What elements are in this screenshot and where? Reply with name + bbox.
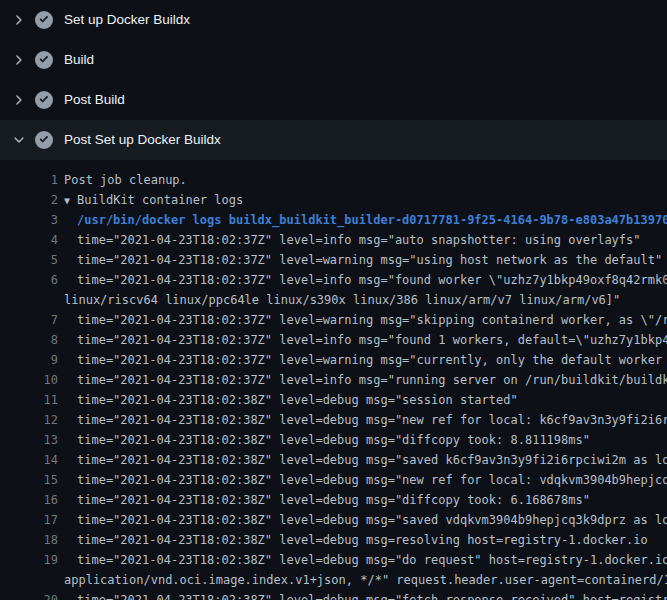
log-group-label: BuildKit container logs bbox=[77, 193, 243, 207]
line-number[interactable]: 8 bbox=[0, 330, 58, 350]
log-line-continuation: linux/riscv64 linux/ppc64le linux/s390x … bbox=[0, 290, 667, 310]
line-number[interactable]: 10 bbox=[0, 370, 58, 390]
line-number[interactable]: 13 bbox=[0, 430, 58, 450]
line-number[interactable]: 4 bbox=[0, 230, 58, 250]
step-label: Post Build bbox=[64, 93, 125, 107]
line-number[interactable]: 1 bbox=[0, 170, 58, 190]
line-number[interactable]: 12 bbox=[0, 410, 58, 430]
log-line: 19time="2021-04-23T18:02:38Z" level=debu… bbox=[0, 550, 667, 570]
log-line: 18time="2021-04-23T18:02:38Z" level=debu… bbox=[0, 530, 667, 550]
log-line: 6time="2021-04-23T18:02:37Z" level=info … bbox=[0, 270, 667, 290]
log-text: time="2021-04-23T18:02:37Z" level=info m… bbox=[58, 270, 667, 290]
chevron-down-icon bbox=[12, 133, 26, 147]
log-text: time="2021-04-23T18:02:37Z" level=info m… bbox=[58, 330, 667, 350]
log-line: 5time="2021-04-23T18:02:37Z" level=warni… bbox=[0, 250, 667, 270]
log-text: time="2021-04-23T18:02:37Z" level=warnin… bbox=[58, 310, 667, 330]
line-number[interactable]: 11 bbox=[0, 390, 58, 410]
log-line-continuation: application/vnd.oci.image.index.v1+json,… bbox=[0, 570, 667, 590]
log-line: 2▼BuildKit container logs bbox=[0, 190, 667, 210]
check-icon bbox=[35, 11, 53, 29]
log-text: time="2021-04-23T18:02:37Z" level=info m… bbox=[58, 230, 641, 250]
chevron-right-icon bbox=[12, 93, 26, 107]
log-line: 16time="2021-04-23T18:02:38Z" level=debu… bbox=[0, 490, 667, 510]
log-text: time="2021-04-23T18:02:38Z" level=debug … bbox=[58, 450, 667, 470]
line-number[interactable]: 9 bbox=[0, 350, 58, 370]
log-text: time="2021-04-23T18:02:38Z" level=debug … bbox=[58, 550, 667, 570]
log-line: 7time="2021-04-23T18:02:37Z" level=warni… bbox=[0, 310, 667, 330]
actions-log-viewer: Set up Docker BuildxBuildPost BuildPost … bbox=[0, 0, 667, 600]
log-text: Post job cleanup. bbox=[58, 170, 187, 190]
step-row-set-up-docker-buildx[interactable]: Set up Docker Buildx bbox=[0, 0, 667, 40]
log-text: time="2021-04-23T18:02:38Z" level=debug … bbox=[58, 470, 667, 490]
check-icon bbox=[35, 91, 53, 109]
log-line: 14time="2021-04-23T18:02:38Z" level=debu… bbox=[0, 450, 667, 470]
line-number[interactable]: 17 bbox=[0, 510, 58, 530]
log-line: 13time="2021-04-23T18:02:38Z" level=debu… bbox=[0, 430, 667, 450]
line-number bbox=[0, 290, 58, 310]
log-line: 20time="2021-04-23T18:02:38Z" level=debu… bbox=[0, 590, 667, 600]
log-line: 4time="2021-04-23T18:02:37Z" level=info … bbox=[0, 230, 667, 250]
check-icon bbox=[35, 51, 53, 69]
log-text: time="2021-04-23T18:02:38Z" level=debug … bbox=[58, 490, 590, 510]
step-label: Set up Docker Buildx bbox=[64, 13, 190, 27]
disclosure-triangle-icon[interactable]: ▼ bbox=[64, 195, 70, 206]
chevron-right-icon bbox=[12, 53, 26, 67]
log-text: application/vnd.oci.image.index.v1+json,… bbox=[58, 570, 667, 590]
log-line: 11time="2021-04-23T18:02:38Z" level=debu… bbox=[0, 390, 667, 410]
chevron-right-icon bbox=[12, 13, 26, 27]
log-area: 1Post job cleanup.2▼BuildKit container l… bbox=[0, 160, 667, 600]
check-icon bbox=[35, 131, 53, 149]
log-line: 12time="2021-04-23T18:02:38Z" level=debu… bbox=[0, 410, 667, 430]
line-number[interactable]: 7 bbox=[0, 310, 58, 330]
log-line: 15time="2021-04-23T18:02:38Z" level=debu… bbox=[0, 470, 667, 490]
line-number[interactable]: 20 bbox=[0, 590, 58, 600]
log-text: time="2021-04-23T18:02:37Z" level=info m… bbox=[58, 370, 667, 390]
line-number[interactable]: 14 bbox=[0, 450, 58, 470]
log-command-text: /usr/bin/docker logs buildx_buildkit_bui… bbox=[58, 210, 667, 230]
line-number[interactable]: 3 bbox=[0, 210, 58, 230]
log-line: 9time="2021-04-23T18:02:37Z" level=warni… bbox=[0, 350, 667, 370]
log-line: 3/usr/bin/docker logs buildx_buildkit_bu… bbox=[0, 210, 667, 230]
step-row-build[interactable]: Build bbox=[0, 40, 667, 80]
log-text: time="2021-04-23T18:02:38Z" level=debug … bbox=[58, 430, 590, 450]
step-list: Set up Docker BuildxBuildPost BuildPost … bbox=[0, 0, 667, 160]
log-text: linux/riscv64 linux/ppc64le linux/s390x … bbox=[58, 290, 620, 310]
line-number[interactable]: 5 bbox=[0, 250, 58, 270]
line-number[interactable]: 6 bbox=[0, 270, 58, 290]
log-group-toggle[interactable]: ▼BuildKit container logs bbox=[58, 190, 243, 210]
log-text: time="2021-04-23T18:02:37Z" level=warnin… bbox=[58, 250, 662, 270]
log-line: 10time="2021-04-23T18:02:37Z" level=info… bbox=[0, 370, 667, 390]
log-line: 17time="2021-04-23T18:02:38Z" level=debu… bbox=[0, 510, 667, 530]
line-number[interactable]: 2 bbox=[0, 190, 58, 210]
line-number bbox=[0, 570, 58, 590]
line-number[interactable]: 18 bbox=[0, 530, 58, 550]
step-label: Build bbox=[64, 53, 94, 67]
log-line: 1Post job cleanup. bbox=[0, 170, 667, 190]
log-text: time="2021-04-23T18:02:38Z" level=debug … bbox=[58, 390, 518, 410]
line-number[interactable]: 19 bbox=[0, 550, 58, 570]
log-line: 8time="2021-04-23T18:02:37Z" level=info … bbox=[0, 330, 667, 350]
log-text: time="2021-04-23T18:02:37Z" level=warnin… bbox=[58, 350, 667, 370]
line-number[interactable]: 16 bbox=[0, 490, 58, 510]
log-text: time="2021-04-23T18:02:38Z" level=debug … bbox=[58, 590, 667, 600]
log-text: time="2021-04-23T18:02:38Z" level=debug … bbox=[58, 530, 648, 550]
step-label: Post Set up Docker Buildx bbox=[64, 133, 221, 147]
step-row-post-set-up-docker-buildx[interactable]: Post Set up Docker Buildx bbox=[0, 120, 667, 160]
log-text: time="2021-04-23T18:02:38Z" level=debug … bbox=[58, 510, 667, 530]
line-number[interactable]: 15 bbox=[0, 470, 58, 490]
log-text: time="2021-04-23T18:02:38Z" level=debug … bbox=[58, 410, 667, 430]
step-row-post-build[interactable]: Post Build bbox=[0, 80, 667, 120]
